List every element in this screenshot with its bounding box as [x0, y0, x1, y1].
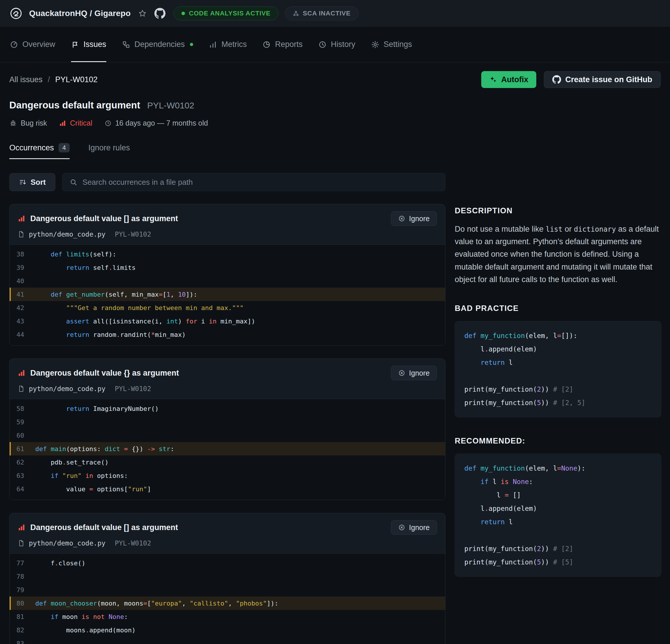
line-code: f.close()	[35, 560, 85, 567]
issue-meta: Bug risk Critical 16 days ago — 7 months…	[0, 119, 670, 127]
line-code: return ImaginaryNumber()	[35, 405, 159, 412]
line-code: if l is None:	[464, 478, 533, 485]
line-number: 40	[11, 277, 24, 285]
recommended-heading: RECOMMENDED:	[455, 436, 661, 446]
line-number: 77	[11, 560, 24, 567]
create-issue-button-label: Create issue on GitHub	[565, 75, 652, 84]
code-line: 40	[10, 274, 445, 288]
ignore-button[interactable]: Ignore	[391, 366, 437, 380]
main-nav: OverviewIssuesDependenciesMetricsReports…	[0, 27, 670, 62]
org-logo-icon[interactable]	[9, 7, 23, 20]
line-code: l.append(elem)	[464, 345, 537, 353]
ignore-button-label: Ignore	[409, 369, 430, 377]
line-code: def main(options: dict = {}) -> str:	[35, 445, 174, 452]
nav-tab-metrics[interactable]: Metrics	[209, 27, 247, 62]
star-icon[interactable]	[138, 9, 147, 18]
bad-practice-code: def my_function(elem, l=[]): l.append(el…	[455, 321, 661, 417]
code-line: 82 moons.append(moon)	[10, 623, 445, 637]
github-icon	[552, 75, 561, 84]
line-number: 80	[11, 600, 24, 607]
search-input[interactable]	[82, 178, 438, 187]
severity-bars-icon	[59, 120, 66, 127]
issue-description-panel: DESCRIPTION Do not use a mutable like li…	[455, 173, 661, 644]
autofix-button[interactable]: Autofix	[481, 71, 536, 88]
rule-id: PYL-W0102	[115, 385, 151, 393]
breadcrumb-row: All issues / PYL-W0102 Autofix Create is…	[0, 71, 670, 88]
nav-tab-history[interactable]: History	[318, 27, 356, 62]
line-code: l.append(elem)	[464, 505, 537, 512]
create-issue-button[interactable]: Create issue on GitHub	[544, 71, 661, 88]
ignore-button[interactable]: Ignore	[391, 211, 437, 226]
circle-x-icon	[398, 369, 405, 377]
sca-badge: SCA INACTIVE	[285, 6, 359, 21]
code-line	[464, 369, 652, 383]
code-line: 62 pdb.set_trace()	[10, 456, 445, 469]
issue-header: Dangerous default argument PYL-W0102	[0, 100, 670, 111]
code-line: if l is None:	[464, 475, 652, 488]
inline-code: dictionary	[574, 225, 616, 233]
nav-tab-dependencies[interactable]: Dependencies	[122, 27, 193, 62]
occurrence-title: Dangerous default value [] as argument	[30, 214, 178, 223]
severity-bars-icon	[18, 369, 25, 377]
ignore-button-label: Ignore	[409, 214, 430, 223]
code-line: 77 f.close()	[10, 556, 445, 570]
ignore-button[interactable]: Ignore	[391, 520, 437, 535]
repo-title[interactable]: QuackatronHQ / Gigarepo	[29, 9, 131, 18]
line-number: 39	[11, 264, 24, 271]
code-line: l = []	[464, 488, 652, 502]
github-icon[interactable]	[155, 8, 165, 19]
code-line: l.append(elem)	[464, 502, 652, 515]
tab-occurrences[interactable]: Occurrences 4	[9, 143, 70, 159]
code-analysis-badge-label: CODE ANALYSIS ACTIVE	[189, 10, 270, 17]
tab-occurrences-label: Occurrences	[9, 143, 54, 153]
code-line: l.append(elem)	[464, 342, 652, 356]
inline-code: list	[546, 225, 563, 233]
nav-tab-reports[interactable]: Reports	[263, 27, 303, 62]
line-code: return self.limits	[35, 264, 135, 271]
file-path[interactable]: python/demo_code.py	[29, 539, 105, 547]
line-code: pdb.set_trace()	[35, 459, 109, 466]
file-path[interactable]: python/demo_code.py	[29, 385, 105, 393]
line-code: return random.randint(*min_max)	[35, 331, 186, 338]
code-line: def my_function(elem, l=[]):	[464, 329, 652, 342]
line-number: 62	[11, 459, 24, 466]
description-heading: DESCRIPTION	[455, 206, 661, 215]
occurrence-file-row: python/demo_code.py PYL-W0102	[10, 535, 445, 553]
file-icon	[18, 385, 25, 392]
occurrence-title: Dangerous default value [] as argument	[30, 523, 178, 532]
code-line-highlighted: 80def moon_chooser(moon, moons=["europa"…	[10, 596, 445, 610]
issue-category: Bug risk	[9, 119, 47, 127]
nav-tab-overview[interactable]: Overview	[10, 27, 55, 62]
nav-tab-label: Reports	[275, 40, 303, 49]
ignore-button-label: Ignore	[409, 523, 430, 532]
line-code: def my_function(elem, l=None):	[464, 464, 585, 472]
bad-practice-heading: BAD PRACTICE	[455, 304, 661, 313]
settings-icon	[371, 40, 379, 49]
nav-tab-issues[interactable]: Issues	[71, 27, 106, 62]
tab-ignore-rules[interactable]: Ignore rules	[88, 143, 130, 159]
code-line: print(my_function(5)) # [5]	[464, 555, 652, 569]
code-snippet: 38 def limits(self):39 return self.limit…	[10, 245, 445, 345]
occurrences-column: Sort Dangerous default value [] as argum…	[9, 173, 445, 644]
file-path[interactable]: python/demo_code.py	[29, 231, 105, 238]
nav-tab-label: Settings	[384, 40, 412, 49]
line-number: 63	[11, 472, 24, 479]
occurrences-count-badge: 4	[58, 143, 70, 153]
code-line: 81 if moon is not None:	[10, 610, 445, 623]
nav-tab-label: History	[331, 40, 356, 49]
overview-icon	[10, 40, 18, 49]
sort-button[interactable]: Sort	[9, 173, 55, 191]
sparkles-icon	[490, 76, 497, 83]
nav-tab-label: Dependencies	[135, 40, 185, 49]
severity-bars-icon	[18, 215, 25, 222]
circle-x-icon	[398, 524, 405, 531]
line-code: value = options["run"]	[35, 485, 151, 493]
code-line: print(my_function(2)) # [2]	[464, 383, 652, 396]
code-line: 42 """Get a random number between min an…	[10, 301, 445, 314]
breadcrumb-all-issues[interactable]: All issues	[9, 75, 42, 84]
occurrence-card: Dangerous default value [] as argument I…	[9, 513, 445, 644]
nav-tab-settings[interactable]: Settings	[371, 27, 412, 62]
issue-age: 16 days ago — 7 months old	[105, 119, 208, 127]
search-icon	[70, 178, 77, 186]
occurrences-toolbar: Sort	[9, 173, 445, 191]
